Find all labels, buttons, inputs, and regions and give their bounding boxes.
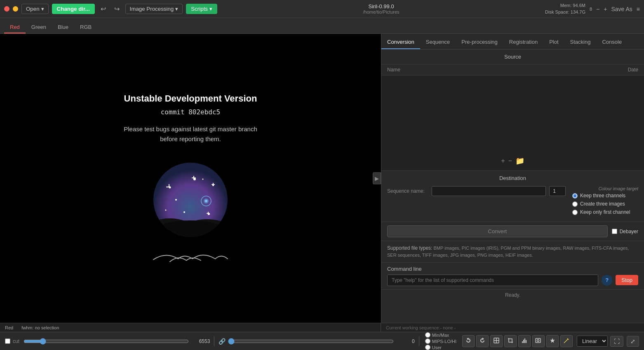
- open-button[interactable]: Open ▾: [21, 4, 49, 14]
- source-add-button[interactable]: +: [501, 157, 505, 165]
- keep-three-radio[interactable]: [572, 193, 578, 199]
- tab-console[interactable]: Console: [596, 35, 628, 49]
- bottom-icon-4[interactable]: [504, 335, 517, 347]
- scripts-arrow: ▾: [209, 6, 212, 12]
- source-remove-button[interactable]: −: [508, 157, 512, 165]
- tab-red[interactable]: Red: [4, 21, 26, 33]
- toolbar-right: Mem: 94.6M Disk Space: 134.7G 8 − + Save…: [545, 2, 640, 15]
- image-panel: Unstable Development Version commit 802e…: [0, 34, 381, 323]
- keep-first-radio[interactable]: [572, 210, 578, 215]
- debayer-label: Debayer: [620, 229, 638, 234]
- undo-button[interactable]: ↩: [98, 4, 108, 14]
- tab-sequence[interactable]: Sequence: [420, 35, 456, 49]
- keep-first-option[interactable]: Keep only first channel: [572, 209, 638, 215]
- window-minimize-button[interactable]: [13, 6, 18, 12]
- app-title: Siril-0.99.0: [221, 3, 542, 9]
- tab-blue[interactable]: Blue: [52, 21, 74, 33]
- image-processing-button[interactable]: Image Processing ▾: [125, 4, 183, 14]
- tab-rgb[interactable]: RGB: [74, 21, 97, 33]
- sequence-name-label: Sequence name:: [387, 188, 428, 194]
- mipslohi-option[interactable]: MIPS-LO/HI: [425, 338, 456, 344]
- convert-button[interactable]: Convert: [387, 225, 608, 237]
- status-fwhm: fwhm: no selection: [21, 325, 59, 330]
- tab-preprocessing[interactable]: Pre-processing: [456, 35, 503, 49]
- window-close-button[interactable]: [4, 6, 9, 12]
- mipslohi-radio[interactable]: [425, 338, 430, 344]
- sequence-name-input[interactable]: [432, 186, 546, 196]
- name-col-header: Name: [387, 67, 400, 73]
- tab-stacking[interactable]: Stacking: [564, 35, 597, 49]
- open-dropdown-icon: ▾: [41, 6, 44, 12]
- source-table-header: Name Date: [381, 64, 644, 76]
- panel-collapse-button[interactable]: ▶: [373, 173, 381, 184]
- link-slider[interactable]: [228, 338, 393, 345]
- command-row: ? Stop: [387, 274, 638, 286]
- supported-label: Supported file types:: [387, 245, 432, 251]
- mem-label: Mem: 94.6M: [545, 2, 585, 9]
- svg-rect-33: [526, 340, 526, 343]
- maximize-icon-button[interactable]: +: [604, 6, 607, 12]
- conversion-content: Source Name Date + − 📁 Destination: [381, 50, 644, 323]
- tab-conversion[interactable]: Conversion: [381, 35, 420, 49]
- bottom-icon-8[interactable]: [560, 335, 573, 347]
- commit-text: commit 802ebdc5: [161, 108, 221, 116]
- redo-button[interactable]: ↪: [112, 4, 122, 14]
- svg-rect-34: [536, 338, 541, 343]
- link-icon[interactable]: 🔗: [219, 338, 226, 345]
- svg-rect-31: [523, 340, 524, 343]
- stretch-options: Min/Max MIPS-LO/HI User: [425, 332, 456, 350]
- minimize-icon-button[interactable]: −: [596, 6, 599, 12]
- bottom-icon-6[interactable]: [532, 335, 545, 347]
- create-three-radio[interactable]: [572, 201, 578, 207]
- svg-rect-26: [207, 213, 210, 214]
- status-channel: Red: [5, 325, 13, 330]
- user-option[interactable]: User: [425, 345, 456, 350]
- intensity-slider[interactable]: [24, 338, 189, 345]
- sequence-name-row: Sequence name:: [387, 186, 566, 196]
- separator-1: [214, 336, 214, 346]
- bottom-icon-group: [462, 335, 573, 347]
- bottom-icon-1[interactable]: [462, 335, 475, 347]
- help-button[interactable]: ?: [602, 275, 612, 286]
- tab-plot[interactable]: Plot: [543, 35, 564, 49]
- bottom-icon-5[interactable]: [518, 335, 531, 347]
- link-value: 0: [396, 338, 415, 344]
- right-tabs: Conversion Sequence Pre-processing Regis…: [381, 34, 644, 50]
- source-header: Source: [381, 50, 644, 64]
- bottom-icon-7[interactable]: [546, 335, 559, 347]
- image-processing-arrow: ▾: [175, 6, 178, 12]
- create-three-option[interactable]: Create three images: [572, 201, 638, 207]
- minmax-radio[interactable]: [425, 332, 430, 338]
- svg-point-18: [202, 178, 203, 180]
- scripts-button[interactable]: Scripts ▾: [186, 4, 217, 14]
- minmax-option[interactable]: Min/Max: [425, 332, 456, 338]
- command-input[interactable]: [387, 274, 598, 286]
- menu-button[interactable]: ≡: [637, 6, 640, 12]
- grass-svg: [145, 247, 236, 264]
- sequence-number-input[interactable]: [549, 186, 566, 196]
- debayer-row: Debayer: [612, 229, 638, 234]
- source-area: + − 📁: [381, 76, 644, 170]
- user-radio[interactable]: [425, 345, 430, 350]
- change-dir-button[interactable]: Change dir...: [52, 4, 95, 14]
- tab-registration[interactable]: Registration: [503, 35, 543, 49]
- convert-row: Convert Debayer: [381, 222, 644, 241]
- tab-green[interactable]: Green: [26, 21, 52, 33]
- fullscreen-button[interactable]: ⤢: [627, 336, 639, 347]
- keep-three-option[interactable]: Keep three channels: [572, 193, 638, 199]
- status-sequence: Current working sequence:- none -: [386, 325, 456, 330]
- bottom-icon-2[interactable]: [476, 335, 489, 347]
- expand-button[interactable]: ⛶: [610, 336, 623, 347]
- bottom-icon-3[interactable]: [490, 335, 503, 347]
- linear-dropdown[interactable]: Linear: [577, 336, 608, 347]
- command-section: Command line ? Stop: [381, 262, 644, 289]
- stop-button[interactable]: Stop: [616, 275, 638, 285]
- app-title-area: Siril-0.99.0 /home/tio/Pictures: [221, 3, 542, 14]
- debayer-checkbox[interactable]: [612, 229, 617, 234]
- svg-point-15: [183, 211, 185, 213]
- slider-container: [24, 338, 189, 345]
- command-line-label: Command line: [387, 266, 638, 272]
- cut-checkbox[interactable]: [5, 338, 10, 344]
- svg-point-37: [568, 339, 569, 340]
- save-as-button[interactable]: Save As: [611, 6, 632, 12]
